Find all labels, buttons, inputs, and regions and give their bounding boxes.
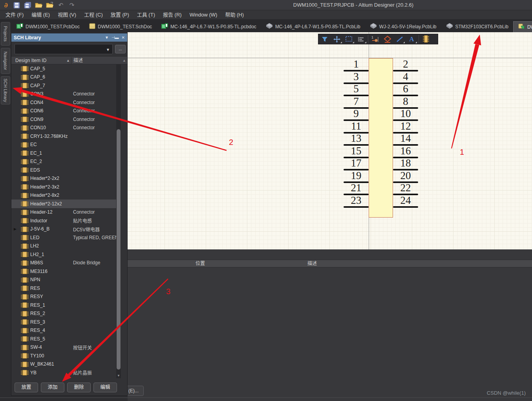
sidebar-tab-projects[interactable]: Projects: [1, 22, 10, 46]
column-design-item-id[interactable]: Design Item ID: [15, 57, 46, 65]
sidebar-tab-navigator[interactable]: Navigator: [1, 48, 10, 74]
list-item-header-12[interactable]: Header-12Connector: [11, 208, 127, 217]
scroll-up-icon[interactable]: ▲: [122, 57, 126, 65]
selection-icon[interactable]: [343, 34, 355, 44]
list-item-cap-5[interactable]: CAP_5: [11, 64, 127, 73]
list-item-con9[interactable]: CON9Connector: [11, 115, 127, 124]
list-item-npn[interactable]: NPN: [11, 276, 127, 284]
combobox-dropdown-icon[interactable]: ▼: [106, 48, 110, 52]
scroll-down-icon[interactable]: ▼: [116, 374, 121, 378]
ieee-symbol-icon[interactable]: [381, 34, 393, 44]
list-item-cap-6[interactable]: CAP_6: [11, 73, 127, 82]
doc-tab-dwm1000-test-schlib[interactable]: DWM1000_TEST.SCHLIB: [513, 21, 532, 32]
line-icon[interactable]: [393, 34, 406, 44]
edit-button[interactable]: 编辑: [93, 383, 117, 392]
menu-item-7[interactable]: Window (W): [186, 10, 221, 20]
panel-header[interactable]: SCH Library ▼ ⊣▬ ✕: [11, 33, 127, 42]
dock-column-position[interactable]: 位置: [196, 260, 205, 267]
doc-tab-wj-2-4g-5v-1relay-pcblib[interactable]: WJ-2.4G-5V-1Relay.PcbLib: [365, 21, 441, 32]
list-item-resy[interactable]: RESY: [11, 293, 127, 301]
menu-item-2[interactable]: 视图 (V): [54, 10, 80, 20]
list-item-header-2-8x2[interactable]: Header*2-8x2: [11, 191, 127, 200]
sort-ascending-icon[interactable]: ▲: [66, 57, 70, 65]
component-name: MB6S: [30, 260, 43, 266]
panel-pin-icon[interactable]: ⊣▬: [112, 35, 119, 40]
sidebar-tab-sch-library[interactable]: SCH Library: [1, 76, 10, 104]
redo-icon[interactable]: ↷: [68, 1, 76, 9]
align-icon[interactable]: [355, 34, 367, 44]
dock-column-description[interactable]: 描述: [307, 260, 317, 267]
menu-item-0[interactable]: 文件 (F): [2, 10, 27, 20]
component-description: 按钮开关: [73, 344, 92, 351]
list-item-con4[interactable]: CON4Connector: [11, 98, 127, 107]
menu-item-4[interactable]: 放置 (P): [107, 10, 133, 20]
list-item-j-5v-6-b[interactable]: ▶J-5V-6_BDC5V继电器: [11, 225, 127, 234]
save-all-icon[interactable]: [24, 1, 32, 9]
undo-icon[interactable]: ↶: [57, 1, 65, 9]
altium-logo-icon[interactable]: ∂: [2, 1, 10, 9]
list-item-lh2-1[interactable]: LH2_1: [11, 250, 127, 259]
list-item-res-1[interactable]: RES_1: [11, 301, 127, 309]
doc-tab-dwm1000-test-pcbdoc[interactable]: DWM1000_TEST.PcbDoc: [12, 21, 84, 32]
move-icon[interactable]: [331, 34, 343, 44]
list-item-header-2-12x2[interactable]: Header*2-12x2: [11, 200, 116, 208]
list-item-led[interactable]: LEDTypical RED, GREEN,: [11, 233, 127, 242]
pin-icon[interactable]: 1: [369, 34, 381, 44]
menu-item-5[interactable]: 工具 (T): [133, 10, 159, 20]
doc-tab-mc-146-4p-l6-7-w1-5-p0-85-tl-pcbdoc[interactable]: MC-146_4P-L6.7-W1.5-P0.85-TL.pcbdoc: [157, 21, 261, 32]
list-item-res-3[interactable]: RES_3: [11, 318, 127, 326]
open-icon[interactable]: [35, 1, 43, 9]
partially-hidden-button[interactable]: (E)...: [125, 386, 144, 396]
list-item-me3116[interactable]: ME3116: [11, 267, 127, 276]
list-item-res-5[interactable]: RES_5: [11, 335, 127, 343]
schematic-canvas[interactable]: 123456789101112131415161718192021222324 …: [128, 32, 532, 249]
list-item-eds[interactable]: EDS: [11, 166, 127, 174]
list-item-con6[interactable]: CON6Connector: [11, 107, 127, 115]
text-icon[interactable]: A: [406, 34, 418, 44]
list-item-res-4[interactable]: RES_4: [11, 326, 127, 335]
component-name: ME3116: [30, 269, 48, 274]
list-item-cry1-32-768khz[interactable]: CRY1-32.768KHz: [11, 132, 127, 141]
list-item-mb6s[interactable]: MB6SDiode Bridge: [11, 259, 127, 267]
pin-line-left-23[interactable]: [344, 206, 369, 208]
component-filter-combobox[interactable]: ▼: [15, 44, 113, 54]
doc-tab-dwm1000-test-schdoc[interactable]: DWM1000_TEST.SchDoc: [84, 21, 157, 32]
place-button[interactable]: 放置: [15, 383, 38, 392]
doc-tab-mc-146-4p-l6-7-w1-5-p0-85-tl-pcblib[interactable]: MC-146_4P-L6.7-W1.5-P0.85-TL.PcbLib: [261, 21, 365, 32]
list-item-yb[interactable]: YB贴片晶振: [11, 368, 127, 377]
pin-line-right-24[interactable]: [393, 206, 418, 208]
list-item-header-2-2x2[interactable]: Header*2-2x2: [11, 174, 127, 183]
column-divider[interactable]: [71, 57, 71, 64]
list-item-ec[interactable]: EC: [11, 141, 127, 149]
filter-icon[interactable]: [318, 34, 331, 44]
list-item-w-bk2461[interactable]: W_BK2461: [11, 360, 127, 369]
list-item-ty100[interactable]: TY100: [11, 352, 127, 360]
list-item-sw-4[interactable]: SW-4按钮开关: [11, 343, 127, 352]
list-item-lh2[interactable]: LH2: [11, 242, 127, 251]
component-symbol-body[interactable]: [369, 58, 393, 218]
menu-item-8[interactable]: 帮助 (H): [221, 10, 248, 20]
list-item-res[interactable]: RES: [11, 284, 127, 293]
panel-dropdown-icon[interactable]: ▼: [105, 35, 109, 40]
column-description[interactable]: 描述: [73, 57, 83, 65]
scrollbar-thumb[interactable]: [117, 129, 121, 370]
menu-item-1[interactable]: 编辑 (E): [27, 10, 54, 20]
menu-item-6[interactable]: 报告 (R): [159, 10, 186, 20]
list-item-cap-7[interactable]: CAP_7: [11, 81, 127, 90]
list-item-con3[interactable]: CON3Connector: [11, 90, 127, 99]
list-item-inductor[interactable]: Inductor贴片电感: [11, 216, 127, 225]
open-folder-icon[interactable]: [46, 1, 54, 9]
list-item-con10[interactable]: CON10Connector: [11, 124, 127, 132]
delete-button[interactable]: 删除: [67, 383, 91, 392]
list-item-res-2[interactable]: RES_2: [11, 309, 127, 318]
save-icon[interactable]: [13, 1, 21, 9]
doc-tab-stm32f103c8t6-pcblib[interactable]: STM32F103C8T6.PcbLib: [441, 21, 513, 32]
panel-close-icon[interactable]: ✕: [122, 35, 125, 40]
filter-more-button[interactable]: ...: [115, 45, 126, 53]
menu-item-3[interactable]: 工程 (C): [80, 10, 107, 20]
list-item-ec-2[interactable]: EC_2: [11, 157, 127, 166]
part-icon[interactable]: [420, 34, 432, 44]
list-item-header-2-3x2[interactable]: Header*2-3x2: [11, 183, 127, 191]
list-item-ec-1[interactable]: EC_1: [11, 149, 127, 157]
add-button[interactable]: 添加: [41, 383, 64, 392]
